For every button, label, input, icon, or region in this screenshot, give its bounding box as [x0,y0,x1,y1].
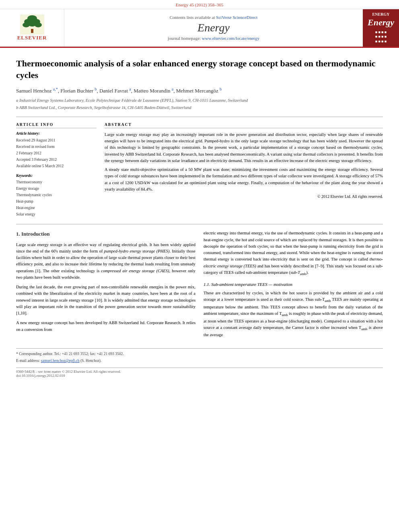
affiliation-b: b ABB Switzerland Ltd., Corporate Resear… [16,105,383,111]
elsevier-label: ELSEVIER [17,35,47,41]
homepage-url: www.elsevier.com/locate/energy [202,36,259,41]
intro-heading: 1. Introduction [16,230,195,238]
accepted-date: Accepted 3 February 2012 [16,156,97,163]
body-section: 1. Introduction Large scale energy stora… [16,230,383,341]
intro-para2: During the last decade, the ever growing… [16,284,195,316]
journal-badge: ENERGY Energy ■ ■ ■ ■■ ■ ■ ■■ ■ ■ ■ [363,9,399,47]
abstract-text-1: Large scale energy storage may play an i… [105,131,383,164]
email-name: (S. Henchoz). [80,359,102,363]
right-para1: electric energy into thermal energy, via… [204,230,383,277]
intro-para3: A new energy storage concept has been de… [16,320,195,333]
journal-citation: Energy 45 (2012) 358–365 [176,2,224,7]
energy-badge: ENERGY Energy ■ ■ ■ ■■ ■ ■ ■■ ■ ■ ■ [368,12,394,44]
svg-point-6 [35,23,42,27]
keyword-3: Thermodynamic cycles [16,192,97,198]
svg-rect-7 [31,29,33,33]
keyword-2: Energy storage [16,185,97,192]
author-buchter: Florian Buchter b [60,88,97,94]
article-info-label: ARTICLE INFO [16,123,97,128]
abstract-text-2: A steady state multi-objective optimizat… [105,166,383,193]
email-note: E-mail address: samuel.henchoz@epfl.ch (… [16,358,383,364]
body-right-col: electric energy into thermal energy, via… [204,230,383,341]
sciverse-link[interactable]: SciVerse ScienceDirect [216,15,257,20]
affiliation-a: a Industrial Energy Systems Laboratory, … [16,97,383,104]
info-abstract-section: ARTICLE INFO Article history: Received 2… [16,123,383,218]
journal-header: ELSEVIER Contents lists available at Sci… [0,9,399,48]
right-para2: These are characterized by cycles, in wh… [204,290,383,339]
keywords-list: Thermoeconomy Energy storage Thermodynam… [16,179,97,218]
article-title: Thermoeconomic analysis of a solar enhan… [16,58,383,81]
article-info-col: ARTICLE INFO Article history: Received 2… [16,123,97,218]
footer-area: * Corresponding author. Tel.: +41 21 693… [16,348,383,364]
authors-line: Samuel Henchoz a,*, Florian Buchter b, D… [16,87,383,94]
subsection-heading: 1.1. Sub-ambient temperature TEES — moti… [204,281,383,288]
sciverse-line: Contents lists available at SciVerse Sci… [170,15,257,20]
abstract-copyright: © 2012 Elsevier Ltd. All rights reserved… [105,194,383,199]
abstract-col: ABSTRACT Large scale energy storage may … [105,123,383,218]
doi-line: doi:10.1016/j.energy.2012.02.010 [16,374,121,378]
page-footer: 0360-5442/$ – see front matter © 2012 El… [16,368,383,378]
issn-line: 0360-5442/$ – see front matter © 2012 El… [16,370,121,374]
revised-label: Received in revised form [16,144,97,150]
revised-date: 2 February 2012 [16,150,97,156]
keyword-1: Thermoeconomy [16,179,97,185]
top-bar: Energy 45 (2012) 358–365 [0,0,399,9]
history-items: Received 29 August 2011 Received in revi… [16,137,97,170]
corresponding-author-note: * Corresponding author. Tel.: +41 21 693… [16,351,383,357]
keyword-4: Heat-pump [16,198,97,205]
elsevier-logo-area: ELSEVIER [0,9,64,47]
journal-name: Energy [197,21,230,34]
available-date: Available online 5 March 2012 [16,163,97,169]
issn-doi: 0360-5442/$ – see front matter © 2012 El… [16,370,121,378]
author-morandin: Matteo Morandin a [134,88,173,94]
email-link[interactable]: samuel.henchoz@epfl.ch [41,359,80,363]
keyword-5: Heat-engine [16,205,97,211]
intro-para1: Large scale energy storage is an effecti… [16,242,195,281]
author-favrat: Daniel Favrat a [99,88,131,94]
keyword-6: Solar energy [16,211,97,218]
journal-homepage: journal homepage: www.elsevier.com/locat… [168,36,259,41]
separator-2 [16,224,383,224]
email-label: E-mail address: [16,359,41,363]
body-left-col: 1. Introduction Large scale energy stora… [16,230,195,341]
author-henchoz: Samuel Henchoz a,* [16,88,58,94]
page: Energy 45 (2012) 358–365 ELSEVIER [0,0,399,532]
elsevier-box: ELSEVIER [17,14,47,41]
author-mercangoz: Mehmet Mercangöz b [176,88,222,94]
keywords-label: Keywords: [16,174,97,178]
history-label: Article history: [16,131,97,136]
separator [16,117,383,117]
abstract-label: ABSTRACT [105,123,383,128]
journal-header-center: Contents lists available at SciVerse Sci… [64,9,363,47]
main-content: Thermoeconomic analysis of a solar enhan… [0,48,399,386]
received-date: Received 29 August 2011 [16,137,97,144]
elsevier-tree-icon [20,14,44,35]
